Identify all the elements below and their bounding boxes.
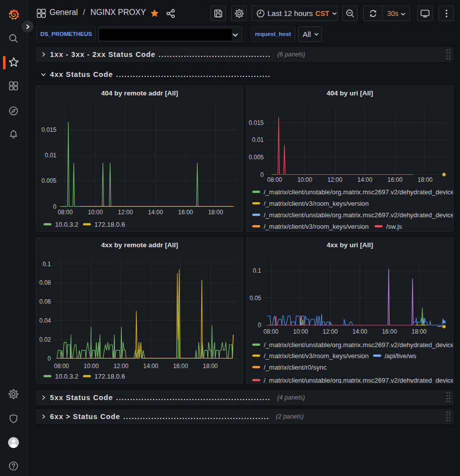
svg-text:/_matrix/client/v3/room_keys/v: /_matrix/client/v3/room_keys/version	[264, 223, 369, 230]
svg-text:0.1: 0.1	[253, 267, 261, 274]
svg-text:0.005: 0.005	[41, 177, 56, 184]
svg-text:0: 0	[53, 203, 56, 210]
svg-text:/_matrix/client/v3/room_keys/v: /_matrix/client/v3/room_keys/version	[264, 352, 369, 360]
svg-text:10.0.3.2: 10.0.3.2	[55, 373, 78, 380]
svg-text:0.04: 0.04	[39, 317, 51, 324]
svg-text:0.05: 0.05	[250, 295, 262, 302]
svg-text:18:00: 18:00	[203, 363, 218, 370]
svg-text:0.06: 0.06	[39, 298, 51, 305]
svg-text:12:00: 12:00	[327, 176, 342, 183]
svg-text:/_matrix/client/unstable/org.m: /_matrix/client/unstable/org.matrix.msc2…	[264, 341, 453, 349]
svg-text:/_matrix/client/unstable/org.m: /_matrix/client/unstable/org.matrix.msc2…	[264, 211, 453, 219]
svg-text:0.02: 0.02	[39, 336, 51, 343]
svg-text:0.015: 0.015	[249, 119, 264, 126]
svg-text:10:00: 10:00	[84, 363, 99, 370]
svg-text:172.18.0.6: 172.18.0.6	[94, 221, 125, 228]
svg-text:0.005: 0.005	[249, 154, 264, 161]
svg-text:12:00: 12:00	[118, 209, 133, 216]
svg-text:08:00: 08:00	[58, 209, 73, 216]
svg-text:14:00: 14:00	[358, 176, 373, 183]
svg-text:14:00: 14:00	[352, 328, 367, 335]
svg-text:14:00: 14:00	[143, 363, 158, 370]
svg-text:10.0.3.2: 10.0.3.2	[55, 221, 78, 228]
svg-text:0.015: 0.015	[41, 126, 56, 133]
svg-text:10:00: 10:00	[297, 176, 312, 183]
svg-text:18:00: 18:00	[412, 328, 427, 335]
svg-text:12:00: 12:00	[113, 363, 128, 370]
svg-text:10:00: 10:00	[293, 328, 308, 335]
svg-text:0.01: 0.01	[45, 152, 57, 159]
svg-text:08:00: 08:00	[263, 328, 278, 335]
svg-text:172.18.0.6: 172.18.0.6	[94, 373, 125, 380]
svg-text:0.08: 0.08	[39, 279, 51, 286]
svg-text:18:00: 18:00	[418, 176, 433, 183]
svg-text:12:00: 12:00	[323, 328, 338, 335]
svg-text:/sw.js: /sw.js	[386, 223, 402, 230]
svg-text:/_matrix/client/r0/sync: /_matrix/client/r0/sync	[264, 364, 327, 371]
svg-text:10:00: 10:00	[88, 209, 103, 216]
svg-text:0.01: 0.01	[252, 136, 264, 143]
svg-text:16:00: 16:00	[388, 176, 403, 183]
svg-text:18:00: 18:00	[208, 209, 223, 216]
svg-text:/_matrix/client/unstable/org.m: /_matrix/client/unstable/org.matrix.msc2…	[264, 377, 453, 383]
svg-text:/api/live/ws: /api/live/ws	[385, 352, 417, 360]
svg-text:08:00: 08:00	[267, 176, 282, 183]
svg-text:16:00: 16:00	[382, 328, 397, 335]
svg-text:0: 0	[260, 171, 264, 178]
svg-text:/_matrix/client/v3/room_keys/v: /_matrix/client/v3/room_keys/version	[264, 200, 369, 207]
svg-text:0.1: 0.1	[42, 261, 51, 268]
svg-text:16:00: 16:00	[178, 209, 193, 216]
svg-text:14:00: 14:00	[148, 209, 163, 216]
svg-text:0: 0	[47, 355, 51, 362]
svg-text:/_matrix/client/unstable/org.m: /_matrix/client/unstable/org.matrix.msc2…	[264, 188, 453, 196]
svg-text:08:00: 08:00	[54, 363, 69, 370]
svg-text:0: 0	[258, 322, 261, 329]
svg-text:16:00: 16:00	[173, 363, 188, 370]
